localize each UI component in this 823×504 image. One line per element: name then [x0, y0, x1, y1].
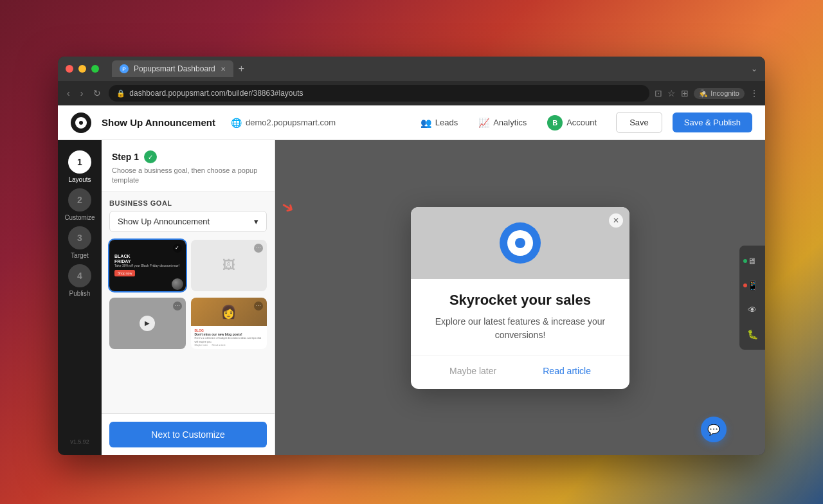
business-goal-select[interactable]: Show Up Announcement ▾ [109, 211, 267, 232]
topnav-nav: 👥 Leads 📈 Analytics B Account [412, 111, 606, 134]
canvas-toolbar: 🖥 📱 👁 🐛 [739, 246, 765, 350]
template-card-placeholder[interactable]: 🖼 ⋯ [191, 240, 267, 291]
blog-template-dot: ⋯ [254, 302, 263, 310]
leads-icon: 👥 [421, 118, 431, 128]
popup-logo [500, 222, 541, 264]
account-avatar: B [547, 115, 563, 130]
video-play-button: ▶ [140, 316, 155, 331]
template-selected-indicator: ✓ [173, 244, 182, 253]
sidebar-step-layouts[interactable]: 1 Layouts [68, 150, 91, 183]
browser-titlebar: P Popupsmart Dashboard ✕ + ⌄ [58, 57, 765, 81]
leads-nav-item[interactable]: 👥 Leads [412, 114, 467, 132]
logo-inner [75, 117, 87, 129]
save-publish-button[interactable]: Save & Publish [673, 113, 752, 132]
close-dot[interactable] [66, 65, 73, 73]
app-site: 🌐 demo2.popupsmart.com [231, 118, 336, 128]
menu-icon[interactable]: ⋮ [750, 88, 759, 98]
incognito-icon: 🕵 [699, 89, 708, 98]
placeholder-icon: 🖼 [222, 258, 235, 273]
debug-button[interactable]: 🐛 [739, 323, 765, 346]
url-text: dashboard.popupsmart.com/builder/38863#l… [129, 89, 303, 98]
bf-title-text: BLACKFRIDAY [114, 254, 131, 264]
layout-panel: Step 1 ✓ Choose a business goal, then ch… [102, 140, 275, 455]
bookmark-icon[interactable]: ☆ [667, 88, 676, 98]
step-4-circle: 4 [68, 264, 91, 287]
url-bar[interactable]: 🔒 dashboard.popupsmart.com/builder/38863… [109, 85, 649, 102]
step-4-label: Publish [69, 290, 91, 297]
popup-description: Explore our latest features & increase y… [426, 315, 614, 342]
tab-more-button[interactable]: ⌄ [751, 64, 757, 73]
back-button[interactable]: ‹ [64, 87, 73, 100]
blog-desc: Here's a collection of budget decoration… [195, 336, 264, 343]
bf-ball-decoration [172, 278, 183, 290]
template-grid: BLACKFRIDAY Take 30% off your Black Frid… [109, 240, 267, 349]
video-template-dot: ⋯ [173, 302, 182, 310]
popup-modal: ✕ Skyrocket your sales Explore our lates… [411, 207, 629, 389]
sidebar-step-target[interactable]: 3 Target [68, 226, 91, 259]
step-1-circle: 1 [68, 150, 91, 174]
new-tab-button[interactable]: + [239, 63, 244, 75]
blog-maybe-link: Maybe later [195, 343, 208, 346]
popup-close-button[interactable]: ✕ [609, 213, 623, 228]
template-card-black-friday[interactable]: BLACKFRIDAY Take 30% off your Black Frid… [109, 240, 186, 291]
blog-links: Maybe later Read article [195, 343, 264, 346]
mobile-view-button[interactable]: 📱 [739, 274, 765, 297]
blog-content: Blog Don't miss our new blog posts! Here… [191, 326, 267, 349]
sidebar-step-publish[interactable]: 4 Publish [68, 264, 91, 297]
template-row-1: BLACKFRIDAY Take 30% off your Black Frid… [109, 240, 267, 291]
template-placeholder-dot: ⋯ [254, 244, 263, 253]
window-icon[interactable]: ⊞ [681, 88, 689, 98]
chat-button[interactable]: 💬 [701, 417, 727, 442]
step-title-row: Step 1 ✓ [112, 150, 264, 163]
popup-header: ✕ [411, 207, 629, 279]
step-3-circle: 3 [68, 226, 91, 249]
save-button[interactable]: Save [616, 112, 662, 133]
step-2-circle: 2 [68, 188, 91, 212]
sidebar: 1 Layouts 2 Customize 3 Target 4 Publish… [58, 140, 102, 455]
active-tab[interactable]: P Popupsmart Dashboard ✕ [112, 60, 233, 77]
browser-window: P Popupsmart Dashboard ✕ + ⌄ ‹ › ↻ 🔒 das… [58, 57, 765, 455]
tab-close-button[interactable]: ✕ [221, 66, 226, 73]
eye-icon: 👁 [748, 305, 757, 315]
next-to-customize-button[interactable]: Next to Customize [109, 422, 267, 447]
popup-logo-dot [515, 238, 525, 248]
popup-logo-inner [507, 230, 533, 256]
browser-navbar: ‹ › ↻ 🔒 dashboard.popupsmart.com/builder… [58, 81, 765, 105]
template-card-video[interactable]: ▶ ⋯ [109, 298, 186, 349]
template-card-blog[interactable]: 👩 Blog Don't miss our new blog posts! He… [191, 298, 267, 349]
fullscreen-dot[interactable] [91, 65, 99, 73]
account-nav-item[interactable]: B Account [538, 111, 606, 134]
preview-button[interactable]: 👁 [739, 298, 765, 321]
app-main: 1 Layouts 2 Customize 3 Target 4 Publish… [58, 140, 765, 455]
popup-read-article[interactable]: Read article [543, 366, 591, 376]
desktop-view-button[interactable]: 🖥 [739, 249, 765, 273]
nav-actions: ⊡ ☆ ⊞ 🕵 Incognito ⋮ [655, 88, 759, 99]
business-goal-value: Show Up Announcement [118, 217, 210, 226]
tab-title: Popupsmart Dashboard [134, 64, 215, 73]
panel-footer: Next to Customize [102, 413, 275, 455]
incognito-label: Incognito [710, 89, 739, 97]
popup-body: Skyrocket your sales Explore our latest … [411, 279, 629, 355]
minimize-dot[interactable] [78, 65, 86, 73]
bf-cta-button[interactable]: Shop now [114, 270, 135, 276]
panel-body: Business Goal Show Up Announcement ▾ BLA… [102, 192, 275, 413]
forward-button[interactable]: › [78, 87, 86, 100]
refresh-button[interactable]: ↻ [91, 87, 104, 100]
bug-icon: 🐛 [747, 329, 758, 339]
desktop-icon: 🖥 [748, 256, 757, 266]
analytics-nav-item[interactable]: 📈 Analytics [469, 114, 536, 132]
red-arrow-indicator: ➜ [278, 196, 298, 218]
popup-title: Skyrocket your sales [426, 292, 614, 309]
sidebar-step-customize[interactable]: 2 Customize [64, 188, 95, 221]
browser-tabs: P Popupsmart Dashboard ✕ + ⌄ [112, 60, 757, 77]
panel-header: Step 1 ✓ Choose a business goal, then ch… [102, 140, 275, 192]
step-description: Choose a business goal, then choose a po… [112, 166, 264, 186]
canvas-area: ➜ ✕ Skyrocket your sales Explore our la [275, 140, 765, 455]
popup-maybe-later[interactable]: Maybe later [449, 366, 496, 376]
step-title: Step 1 [112, 152, 139, 162]
blog-read-link: Read article [212, 343, 225, 346]
analytics-icon: 📈 [478, 118, 489, 128]
cast-icon[interactable]: ⊡ [655, 88, 662, 98]
site-url: demo2.popupsmart.com [246, 118, 336, 127]
chat-icon: 💬 [707, 424, 720, 436]
